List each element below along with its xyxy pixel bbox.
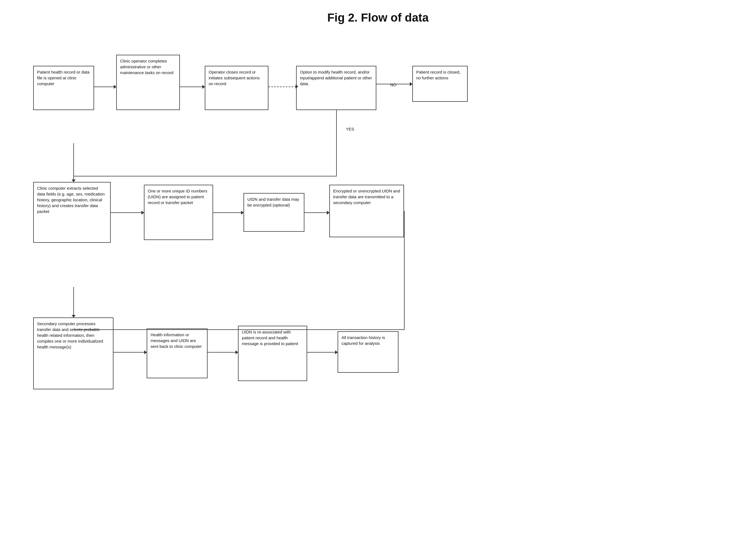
no-label: NO [390,82,397,87]
yes-line-v [336,110,337,177]
flow-diagram: Patient health record or data file is op… [17,38,736,522]
yes-label: YES [346,127,354,131]
box-9: Encrypted or unencrypted UIDN and transf… [329,185,404,237]
box-11: Health information or messages and UIDN … [147,328,207,378]
box-3: Operator closes record or initiates subs… [205,66,268,110]
box-4: Option to modify health record, and/or i… [296,66,376,110]
arrow-6-7 [111,212,144,213]
arrow-10-11 [113,352,147,352]
box-6: Clinic computer extracts selected data f… [33,182,111,243]
arrow-4-5 [376,84,412,84]
arrow-11-12 [207,352,238,352]
arrow-8-9 [304,212,329,213]
arrow-1-2 [94,87,116,87]
arrow-12-13 [307,352,337,352]
box-1: Patient health record or data file is op… [33,66,94,110]
page-title: Fig 2. Flow of data [17,11,739,24]
yes-arrow-v [73,143,74,182]
arrow-7-8 [213,212,244,213]
row2-to-row3-h [73,329,405,330]
box-8: UIDN and transfer data may be encrypted … [244,193,304,232]
box-10: Secondary computer processes transfer da… [33,317,113,389]
box-5: Patient record is closed, no further act… [412,66,467,102]
row2-to-box10-v [73,287,74,317]
box-13: All transaction history is captured for … [337,331,398,373]
box-12: UIDN is re-associated with patient recor… [238,326,307,381]
box-2: Clinic operator completes administrative… [116,55,180,110]
arrow-2-3 [180,87,205,87]
yes-line-h [73,176,337,177]
box-7: One or more unique ID numbers (UIDN) are… [144,185,213,240]
arrow-3-4 [268,87,296,87]
row2-to-row3-v [404,211,405,330]
